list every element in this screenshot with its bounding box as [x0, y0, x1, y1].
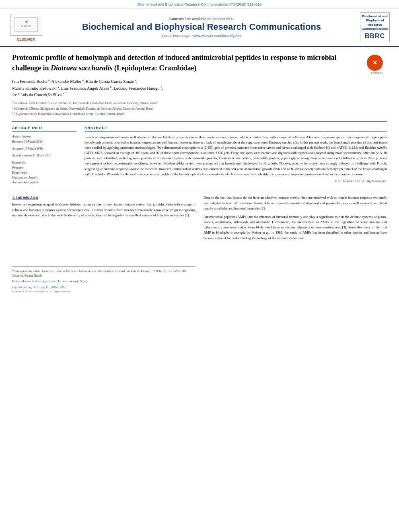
authors: Iara Fernanda Rocha a, Alexandre Maller …: [12, 78, 387, 98]
crossmark-icon: ✕: [367, 55, 383, 71]
affiliation-b: b b Centro de Ciências Biológicas e da S…: [12, 106, 387, 111]
received-date: Received 16 March 2016: [12, 140, 76, 144]
issn-line: 0006-291X/© 2016 Elsevier Inc. All right…: [12, 290, 195, 293]
doi-line[interactable]: http://dx.doi.org/10.1016/j.bbrc.2016.03…: [12, 286, 195, 289]
col-left: 1. Introduction Insects are organisms ad…: [12, 195, 195, 293]
keywords-label: Keywords:: [12, 161, 76, 164]
main-content: Proteomic profile of hemolymph and detec…: [0, 47, 399, 297]
journal-homepage: journal homepage: www.elsevier.com/locat…: [44, 34, 359, 38]
keyword-2: Hemolymph: [12, 170, 76, 175]
svg-text:🌿: 🌿: [25, 21, 28, 24]
journal-title-center: Contents lists available at ScienceDirec…: [44, 17, 359, 37]
sciencedirect-link[interactable]: ScienceDirect: [212, 17, 234, 21]
two-col-body: 1. Introduction Insects are organisms ad…: [12, 195, 387, 293]
contents-available-label: Contents lists available at ScienceDirec…: [44, 17, 359, 21]
svg-rect-0: [15, 17, 37, 32]
keyword-4: Antimicrobial peptide: [12, 180, 76, 185]
page-container: Biochemical and Biophysical Research Com…: [0, 0, 399, 297]
keyword-3: Diatraea saccharalis: [12, 175, 76, 180]
svg-text:ELSEVIER: ELSEVIER: [21, 25, 31, 27]
journal-top-bar: Biochemical and Biophysical Research Com…: [0, 0, 399, 8]
elsevier-logo: 🌿 ELSEVIER ELSEVIER: [8, 14, 44, 41]
article-title-section: Proteomic profile of hemolymph and detec…: [12, 53, 387, 74]
intro-left-text: Insects are organisms adapted to diverse…: [12, 202, 195, 218]
elsevier-wordmark: ELSEVIER: [17, 37, 35, 41]
journal-citation: Biochemical and Biophysical Research Com…: [138, 2, 261, 6]
journal-header: 🌿 ELSEVIER ELSEVIER Contents lists avail…: [0, 8, 399, 47]
footnote-area: * Corresponding author. Centro de Ciênci…: [12, 266, 195, 293]
crossmark-badge[interactable]: ✕ CrossMark: [367, 55, 387, 74]
keywords-list: Proteome Hemolymph Diatraea saccharalis …: [12, 166, 76, 185]
col-right: Despite the fact that insects do not hav…: [204, 195, 387, 293]
journal-name-header: Biochemical and Biophysical Research Com…: [44, 22, 359, 32]
intro-right-text-2: Antimicrobial peptides (AMPs) are the ef…: [204, 214, 387, 241]
bbrc-box: Biochemical andBiophysicalResearchCommun…: [360, 12, 390, 42]
affiliations: a a Centro de Ciências Médicas e Farmacê…: [12, 100, 387, 117]
abstract-section: ABSTRACT Insects are organisms extremely…: [84, 126, 387, 185]
journal-homepage-link[interactable]: www.elsevier.com/locate/ybbrc: [192, 34, 242, 38]
introduction-heading: 1. Introduction: [12, 195, 195, 199]
available-date: Available online 21 March 2016: [12, 153, 76, 158]
bbrc-logo: Biochemical andBiophysicalResearchCommun…: [359, 12, 391, 42]
article-history-label: Article history:: [12, 135, 76, 138]
intro-right-text-1: Despite the fact that insects do not hav…: [204, 195, 387, 211]
crossmark-label: CrossMark: [367, 72, 387, 74]
accepted-date: Accepted 18 March 2016: [12, 146, 76, 151]
email-note: E-mail address: jlcsilva@gmail.com (J.L.…: [12, 279, 195, 283]
email-link[interactable]: jlcsilva@gmail.com: [32, 279, 56, 283]
keywords-section: Keywords: Proteome Hemolymph Diatraea sa…: [12, 161, 76, 185]
abstract-text: Insects are organisms extremely well ada…: [84, 135, 387, 177]
corresponding-author-note: * Corresponding author. Centro de Ciênci…: [12, 269, 195, 278]
abstract-title: ABSTRACT: [84, 126, 387, 131]
article-info-title: ARTICLE INFO: [12, 126, 76, 131]
article-body: ARTICLE INFO Article history: Received 1…: [12, 121, 387, 185]
section-divider: [12, 190, 387, 190]
article-info-panel: ARTICLE INFO Article history: Received 1…: [12, 126, 76, 185]
elsevier-image: 🌿 ELSEVIER: [10, 14, 42, 36]
affiliation-c: c c Departamento de Bioquímica, Universi…: [12, 111, 387, 117]
affiliation-a: a a Centro de Ciências Médicas e Farmacê…: [12, 100, 387, 106]
copyright-line: © 2016 Elsevier Inc. All rights reserved…: [84, 179, 387, 183]
keyword-1: Proteome: [12, 166, 76, 170]
article-title: Proteomic profile of hemolymph and detec…: [12, 53, 367, 73]
